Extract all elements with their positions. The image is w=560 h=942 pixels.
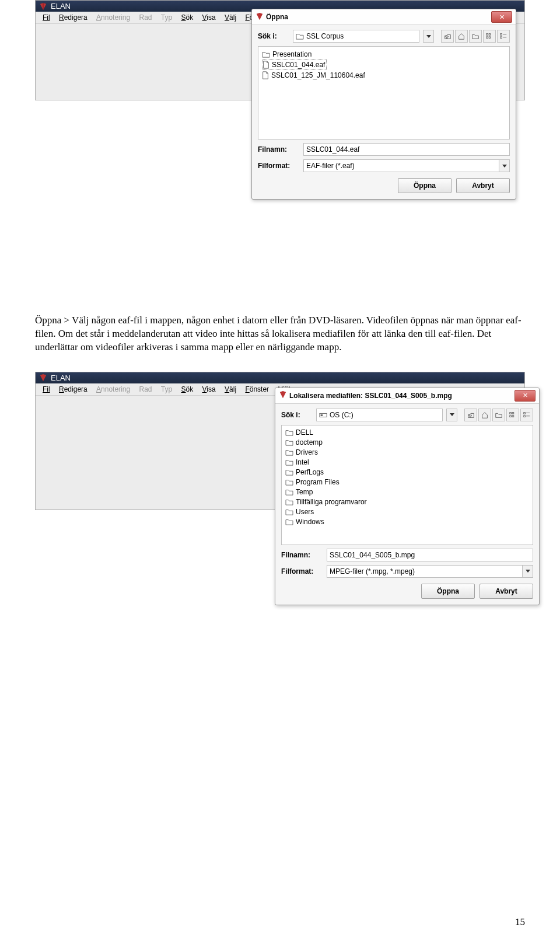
details-view-button[interactable] — [520, 409, 533, 421]
menu-annotering: Annotering — [93, 13, 134, 22]
menu-valj[interactable]: Välj — [221, 385, 240, 394]
list-item[interactable]: Drivers — [285, 448, 529, 458]
lookin-value: OS (C:) — [330, 411, 354, 419]
chevron-down-icon — [426, 35, 431, 38]
svg-rect-6 — [501, 37, 502, 39]
list-item-selected[interactable]: SSLC01_044.eaf — [262, 59, 327, 70]
body-paragraph: Öppna > Välj någon eaf-fil i mappen, någ… — [35, 314, 525, 354]
up-folder-button[interactable] — [464, 409, 477, 421]
client-area: Öppna ✕ Sök i: SSL Corpus — [36, 24, 524, 100]
list-item[interactable]: Windows — [285, 517, 529, 527]
chevron-down-icon — [450, 413, 454, 416]
filename-label: Filnamn: — [258, 145, 299, 153]
menu-visa[interactable]: Visa — [199, 13, 219, 22]
dialog-title-text: Öppna — [266, 13, 288, 21]
dialog-title-text: Lokalisera mediafilen: SSLC01_044_S005_b… — [289, 392, 452, 400]
svg-rect-2 — [487, 37, 488, 39]
format-label: Filformat: — [281, 567, 322, 575]
list-item[interactable]: Temp — [285, 487, 529, 497]
svg-rect-11 — [512, 412, 514, 414]
home-button[interactable] — [455, 30, 468, 43]
menu-typ: Typ — [158, 13, 176, 22]
menu-sok[interactable]: Sök — [178, 13, 197, 22]
menu-rad: Rad — [135, 13, 155, 22]
open-button[interactable]: Öppna — [398, 178, 452, 193]
menu-rad: Rad — [135, 385, 155, 394]
app-title: ELAN — [51, 2, 71, 11]
menu-fil[interactable]: Fil — [39, 385, 54, 394]
lookin-dropdown[interactable] — [423, 30, 434, 43]
chevron-down-icon — [526, 570, 530, 573]
filename-label: Filnamn: — [281, 551, 322, 559]
details-view-button[interactable] — [497, 30, 510, 43]
app-title: ELAN — [51, 374, 71, 382]
close-button[interactable]: ✕ — [514, 390, 536, 402]
client-area: Lokalisera mediafilen: SSLC01_044_S005_b… — [36, 396, 524, 510]
open-button[interactable]: Öppna — [421, 584, 475, 599]
close-button[interactable]: ✕ — [491, 11, 512, 23]
file-icon — [262, 61, 270, 69]
new-folder-button[interactable] — [469, 30, 482, 43]
lookin-select[interactable]: OS (C:) — [316, 409, 443, 421]
lookin-label: Sök i: — [281, 411, 313, 419]
file-list[interactable]: Presentation SSLC01_044.eaf SSLC01_125_J… — [258, 46, 510, 139]
menu-typ: Typ — [158, 385, 176, 394]
svg-rect-12 — [510, 416, 512, 417]
list-item[interactable]: Users — [285, 507, 529, 517]
folder-icon — [285, 489, 293, 496]
list-item[interactable]: Tillfälliga programvaror — [285, 497, 529, 507]
list-item[interactable]: Intel — [285, 458, 529, 467]
home-button[interactable] — [478, 409, 491, 421]
dialog-app-icon — [279, 390, 287, 400]
list-item[interactable]: doctemp — [285, 438, 529, 448]
folder-icon — [285, 518, 293, 525]
list-item[interactable]: Program Files — [285, 477, 529, 487]
menu-sok[interactable]: Sök — [178, 385, 197, 394]
open-dialog: Öppna ✕ Sök i: SSL Corpus — [251, 9, 516, 200]
file-icon — [262, 71, 269, 79]
menu-fonster[interactable]: Fönster — [242, 385, 272, 394]
lookin-dropdown[interactable] — [446, 409, 457, 421]
filename-input[interactable]: SSLC01_044.eaf — [303, 143, 510, 156]
cancel-button[interactable]: Avbryt — [456, 178, 510, 193]
menu-fil[interactable]: Fil — [39, 13, 54, 22]
folder-icon — [285, 459, 293, 466]
svg-rect-3 — [489, 37, 491, 39]
svg-rect-10 — [510, 412, 512, 414]
new-folder-button[interactable] — [492, 409, 505, 421]
drive-icon — [319, 411, 327, 418]
list-view-button[interactable] — [506, 409, 519, 421]
list-item[interactable]: Presentation — [262, 49, 506, 59]
elan-window-1: ELAN Fil Redigera Annotering Rad Typ Sök… — [35, 0, 525, 100]
svg-rect-13 — [512, 416, 514, 417]
list-item[interactable]: DELL — [285, 428, 529, 438]
lookin-label: Sök i: — [258, 32, 289, 40]
menu-valj[interactable]: Välj — [221, 13, 240, 22]
close-icon: ✕ — [523, 392, 528, 399]
page-number: 15 — [515, 916, 525, 928]
list-item[interactable]: PerfLogs — [285, 467, 529, 477]
list-view-button[interactable] — [483, 30, 496, 43]
filename-input[interactable]: SSLC01_044_S005_b.mpg — [327, 549, 533, 561]
menu-redigera[interactable]: Redigera — [55, 385, 91, 394]
close-icon: ✕ — [499, 14, 505, 20]
list-item[interactable]: SSLC01_125_JM_110604.eaf — [262, 70, 506, 80]
svg-rect-16 — [524, 416, 526, 417]
format-select[interactable]: EAF-filer (*.eaf) — [303, 159, 499, 172]
format-select[interactable]: MPEG-filer (*.mpg, *.mpeg) — [327, 565, 522, 578]
format-dropdown[interactable] — [522, 565, 533, 578]
file-list[interactable]: DELL doctemp Drivers Intel PerfLogs Prog… — [281, 425, 533, 545]
folder-icon — [296, 33, 304, 40]
format-dropdown[interactable] — [499, 159, 510, 172]
elan-window-2: ELAN Fil Redigera Annotering Rad Typ Sök… — [35, 372, 525, 510]
lookin-select[interactable]: SSL Corpus — [293, 30, 419, 43]
dialog-app-icon — [256, 12, 264, 22]
app-icon — [39, 2, 47, 11]
up-folder-button[interactable] — [441, 30, 454, 43]
menu-redigera[interactable]: Redigera — [55, 13, 91, 22]
folder-icon — [285, 508, 293, 515]
menu-visa[interactable]: Visa — [199, 385, 219, 394]
cancel-button[interactable]: Avbryt — [480, 584, 533, 599]
svg-rect-9 — [321, 414, 323, 416]
folder-icon — [285, 498, 293, 505]
